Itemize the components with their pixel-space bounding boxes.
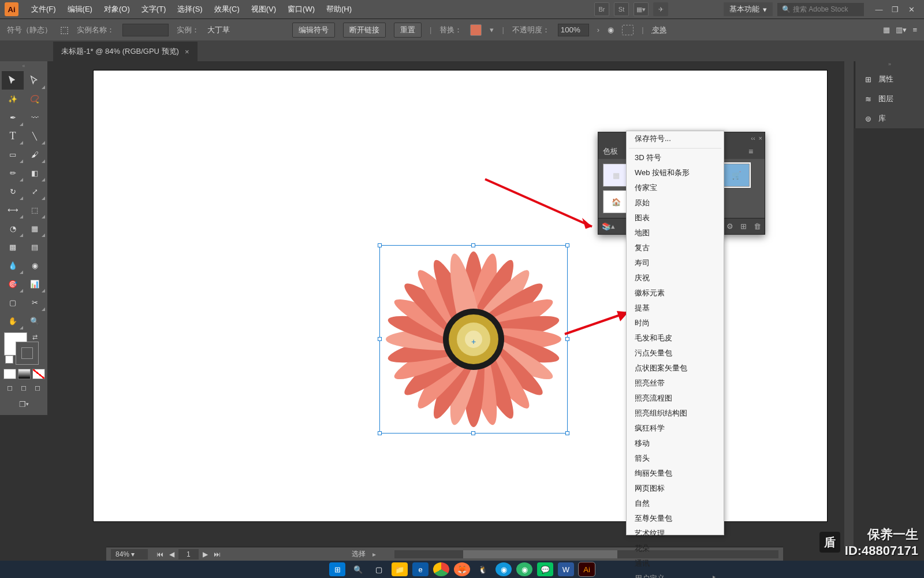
menu-item[interactable]: 提基 [627, 301, 724, 316]
doc-setup-icon[interactable]: ▥▾ [896, 25, 907, 34]
shape-builder-tool[interactable]: ◔ [2, 219, 24, 238]
close-tab-icon[interactable]: × [185, 47, 189, 56]
vertical-scrollbar[interactable] [844, 61, 854, 547]
menu-item[interactable]: 花朵 [627, 541, 724, 556]
rotate-tool[interactable]: ↻ [2, 182, 24, 201]
menu-item[interactable]: 照亮组织结构图 [627, 406, 724, 421]
zoom-tool[interactable]: 🔍 [24, 312, 46, 330]
paintbrush-tool[interactable]: 🖌 [24, 145, 46, 164]
slice-tool[interactable]: ✂ [24, 293, 46, 312]
menu-item[interactable]: 传家宝 [627, 180, 724, 195]
none-mode-button[interactable] [32, 369, 45, 379]
menu-item[interactable]: 至尊矢量包 [627, 511, 724, 526]
transform-link[interactable]: 变换 [652, 25, 667, 35]
symbol-libraries-icon[interactable]: 📚▴ [602, 222, 615, 231]
symbol-instance-icon[interactable]: ⬚ [60, 24, 69, 35]
swatches-tab-label[interactable]: 色板 [603, 146, 618, 157]
menu-item[interactable]: 通讯 [627, 556, 724, 571]
opacity-input[interactable] [558, 24, 589, 36]
menu-编辑[interactable]: 编辑(E) [62, 2, 98, 17]
word-icon[interactable]: W [558, 562, 574, 576]
pen-tool[interactable]: ✒ [2, 108, 24, 127]
collapse-panel-icon[interactable]: ‹‹ [751, 135, 755, 142]
maximize-button[interactable]: ❐ [887, 3, 903, 16]
draw-behind-icon[interactable]: ◻ [17, 383, 30, 393]
menu-item[interactable]: 地图 [627, 225, 724, 240]
menu-item[interactable]: Web 按钮和条形 [627, 165, 724, 180]
menu-item[interactable]: 图表 [627, 210, 724, 225]
resize-handle-tm[interactable] [471, 243, 475, 247]
resize-handle-mr[interactable] [565, 337, 569, 341]
minimize-button[interactable]: — [871, 3, 887, 16]
menu-item[interactable]: 保存符号... [627, 131, 724, 146]
replace-swatch[interactable] [470, 24, 482, 36]
menu-item[interactable]: 毛发和毛皮 [627, 331, 724, 346]
menu-item[interactable]: 疯狂科学 [627, 421, 724, 436]
menu-视图[interactable]: 视图(V) [245, 2, 282, 17]
color-mode-button[interactable] [3, 369, 16, 379]
edit-symbol-button[interactable]: 编辑符号 [292, 23, 335, 38]
curvature-tool[interactable]: 〰 [24, 108, 46, 127]
lasso-tool[interactable]: 📿 [24, 90, 46, 108]
menu-item[interactable]: 复古 [627, 240, 724, 255]
menu-文件[interactable]: 文件(F) [25, 2, 62, 17]
break-link-button[interactable]: 断开链接 [343, 23, 386, 38]
menu-item[interactable]: 污点矢量包 [627, 346, 724, 361]
resize-handle-bl[interactable] [378, 431, 382, 435]
new-symbol-icon[interactable]: ⊞ [740, 222, 747, 231]
gradient-tool[interactable]: ▤ [24, 238, 46, 256]
bridge-icon[interactable]: Br [594, 2, 609, 16]
resize-handle-bm[interactable] [471, 431, 475, 435]
swap-fill-stroke-icon[interactable]: ⇄ [32, 334, 38, 341]
qqbrowser-icon[interactable]: ◉ [495, 562, 512, 576]
libraries-panel-tab[interactable]: ⊚库 [855, 109, 924, 128]
style-icon[interactable]: ◉ [608, 25, 614, 34]
rectangle-tool[interactable]: ▭ [2, 145, 24, 164]
illustrator-taskbar-icon[interactable]: Ai [579, 562, 595, 576]
reset-button[interactable]: 重置 [394, 23, 422, 38]
menu-item[interactable]: 网页图标 [627, 481, 724, 496]
default-fill-stroke-icon[interactable] [5, 355, 13, 364]
document-tab[interactable]: 未标题-1* @ 84% (RGB/GPU 预览) × [53, 42, 198, 61]
artboard-nav[interactable]: ⏮◀1▶⏭ [155, 549, 222, 560]
width-tool[interactable]: ⟷ [2, 201, 24, 219]
menu-item[interactable]: 绚丽矢量包 [627, 466, 724, 481]
menu-窗口[interactable]: 窗口(W) [282, 2, 321, 17]
close-button[interactable]: ✕ [903, 3, 919, 16]
edge-icon[interactable]: e [412, 562, 429, 576]
menu-item[interactable]: 时尚 [627, 316, 724, 331]
eyedropper-tool[interactable]: 💧 [2, 256, 24, 275]
menu-item[interactable]: 自然 [627, 496, 724, 511]
free-transform-tool[interactable]: ⬚ [24, 201, 46, 219]
menu-item[interactable]: 箭头 [627, 451, 724, 466]
menu-文字[interactable]: 文字(T) [136, 2, 172, 17]
screen-mode-icon[interactable]: ❐▾ [16, 398, 31, 410]
resize-handle-tr[interactable] [565, 243, 569, 247]
panel-menu-icon[interactable]: ≡ [748, 147, 760, 156]
menu-item[interactable]: 照亮丝带 [627, 376, 724, 391]
start-button[interactable]: ⊞ [329, 562, 345, 576]
menu-效果[interactable]: 效果(C) [208, 2, 245, 17]
layers-panel-tab[interactable]: ≋图层 [855, 89, 924, 109]
line-tool[interactable]: ╲ [24, 127, 46, 145]
search-input[interactable]: 🔍搜索 Adobe Stock [777, 3, 864, 16]
resize-handle-br[interactable] [565, 431, 569, 435]
wechat-icon[interactable]: 💬 [537, 562, 553, 576]
resize-handle-ml[interactable] [378, 337, 382, 341]
gradient-mode-button[interactable] [18, 369, 31, 379]
draw-inside-icon[interactable]: ◻ [31, 383, 44, 393]
menu-帮助[interactable]: 帮助(H) [321, 2, 357, 17]
scale-tool[interactable]: ⤢ [24, 182, 46, 201]
blend-tool[interactable]: ◉ [24, 256, 46, 275]
stroke-swatch[interactable] [16, 342, 39, 365]
menu-item[interactable]: 移动 [627, 436, 724, 451]
perspective-grid-tool[interactable]: ▦ [24, 219, 46, 238]
properties-panel-tab[interactable]: ⊞属性 [855, 69, 924, 89]
menu-item[interactable]: 庆祝 [627, 271, 724, 286]
qq-icon[interactable]: 🐧 [475, 562, 491, 576]
shaper-tool[interactable]: ✏ [2, 164, 24, 182]
menu-item[interactable]: 艺术纹理 [627, 526, 724, 541]
zoom-level[interactable]: 84% ▾ [111, 549, 148, 560]
menu-item[interactable]: 点状图案矢量包 [627, 361, 724, 376]
type-tool[interactable]: T [2, 127, 24, 145]
